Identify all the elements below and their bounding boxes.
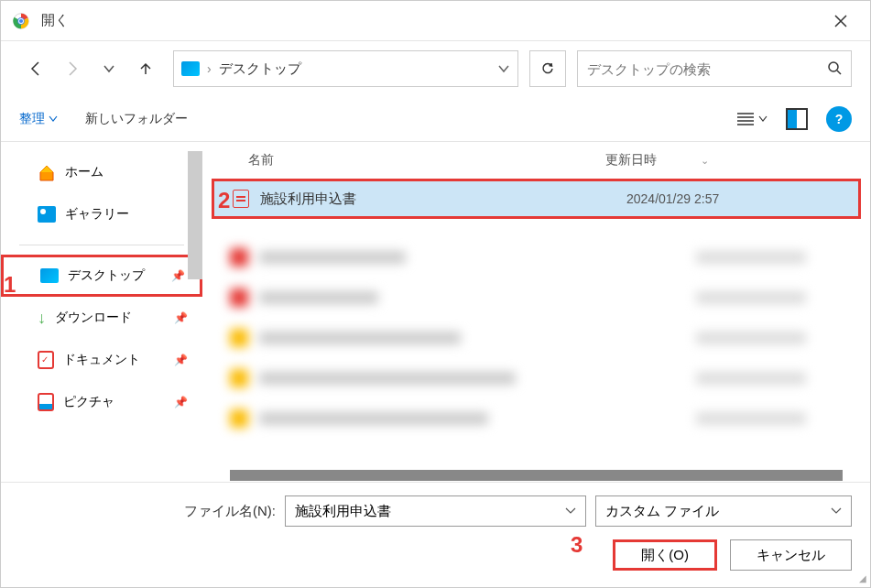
file-type-filter[interactable]: カスタム ファイル: [595, 495, 852, 527]
file-list: 名前 更新日時 ⌄ 施設利用申込書 2024/01/29 2:57: [202, 142, 870, 481]
view-mode-button[interactable]: [736, 112, 768, 126]
titlebar: 開く: [1, 1, 870, 41]
cancel-button[interactable]: キャンセル: [730, 539, 852, 571]
divider: [19, 245, 184, 245]
chevron-down-icon[interactable]: [831, 507, 842, 515]
desktop-icon: [40, 268, 59, 283]
forward-button[interactable]: [56, 52, 89, 85]
footer: ファイル名(N): 施設利用申込書 カスタム ファイル 開く(O) キャンセル …: [1, 482, 870, 587]
help-button[interactable]: ?: [826, 106, 852, 132]
chevron-down-icon[interactable]: [565, 507, 576, 515]
open-button[interactable]: 開く(O): [613, 539, 717, 571]
resize-grip[interactable]: ◢: [859, 573, 866, 583]
file-header: 名前 更新日時 ⌄: [202, 142, 870, 179]
gallery-icon: [38, 206, 56, 223]
file-name: 施設利用申込書: [260, 191, 626, 208]
organize-button[interactable]: 整理: [19, 111, 58, 127]
desktop-icon: [181, 61, 200, 76]
navbar: › デスクトップ: [1, 41, 870, 96]
new-folder-button[interactable]: 新しいフォルダー: [85, 111, 188, 127]
pin-icon: 📌: [174, 311, 188, 324]
window-title: 開く: [41, 12, 69, 29]
recent-dropdown[interactable]: [93, 52, 125, 85]
file-date: 2024/01/29 2:57: [626, 191, 719, 206]
column-date-label: 更新日時: [605, 152, 657, 169]
sidebar-item-pictures[interactable]: ピクチャ 📌: [1, 381, 202, 423]
sidebar: ホーム ギャラリー デスクトップ 📌 ↓ ダウンロード 📌 ドキュメント 📌 ピ…: [1, 142, 202, 481]
home-icon: [38, 164, 56, 180]
pin-icon: 📌: [174, 354, 188, 366]
sidebar-documents-label: ドキュメント: [63, 352, 140, 368]
preview-pane-button[interactable]: [786, 108, 808, 130]
search-box[interactable]: [577, 50, 852, 87]
sort-chevron-icon: ⌄: [701, 155, 709, 167]
sidebar-gallery-label: ギャラリー: [65, 206, 129, 223]
up-button[interactable]: [129, 52, 162, 85]
sidebar-item-desktop[interactable]: デスクトップ 📌: [1, 255, 202, 297]
file-row[interactable]: 施設利用申込書 2024/01/29 2:57: [212, 179, 861, 219]
breadcrumb-location: デスクトップ: [219, 60, 301, 78]
filename-input[interactable]: 施設利用申込書: [285, 495, 586, 527]
sidebar-scrollbar[interactable]: [188, 151, 202, 279]
close-button[interactable]: [822, 3, 859, 39]
column-name[interactable]: 名前: [221, 152, 605, 169]
blurred-content: [230, 237, 843, 439]
organize-label: 整理: [19, 111, 45, 127]
breadcrumb-separator: ›: [207, 61, 212, 76]
pdf-icon: [233, 190, 249, 208]
search-icon[interactable]: [827, 60, 842, 78]
chrome-icon: [12, 12, 30, 30]
sidebar-item-documents[interactable]: ドキュメント 📌: [1, 339, 202, 381]
pictures-icon: [38, 393, 54, 411]
sidebar-item-downloads[interactable]: ↓ ダウンロード 📌: [1, 297, 202, 339]
sidebar-desktop-label: デスクトップ: [68, 267, 145, 284]
download-icon: ↓: [38, 309, 46, 328]
refresh-button[interactable]: [529, 50, 566, 87]
filename-label: ファイル名(N):: [184, 503, 276, 520]
filter-label: カスタム ファイル: [605, 503, 719, 520]
sidebar-item-gallery[interactable]: ギャラリー: [1, 193, 202, 235]
search-input[interactable]: [587, 61, 827, 77]
sidebar-home-label: ホーム: [65, 164, 103, 180]
toolbar: 整理 新しいフォルダー ?: [1, 96, 870, 142]
sidebar-item-home[interactable]: ホーム: [1, 151, 202, 193]
back-button[interactable]: [19, 52, 52, 85]
annotation-1: 1: [4, 272, 16, 298]
sidebar-downloads-label: ダウンロード: [55, 310, 132, 326]
filename-value: 施設利用申込書: [295, 503, 391, 520]
svg-point-4: [19, 18, 23, 22]
document-icon: [38, 351, 54, 369]
sidebar-pictures-label: ピクチャ: [63, 394, 114, 410]
pin-icon: 📌: [171, 269, 185, 282]
horizontal-scrollbar[interactable]: [230, 470, 843, 481]
breadcrumb[interactable]: › デスクトップ: [173, 50, 518, 87]
chevron-down-icon[interactable]: [497, 61, 510, 76]
svg-point-5: [829, 62, 838, 71]
column-date[interactable]: 更新日時 ⌄: [605, 152, 852, 169]
annotation-2: 2: [218, 188, 230, 213]
pin-icon: 📌: [174, 396, 188, 408]
